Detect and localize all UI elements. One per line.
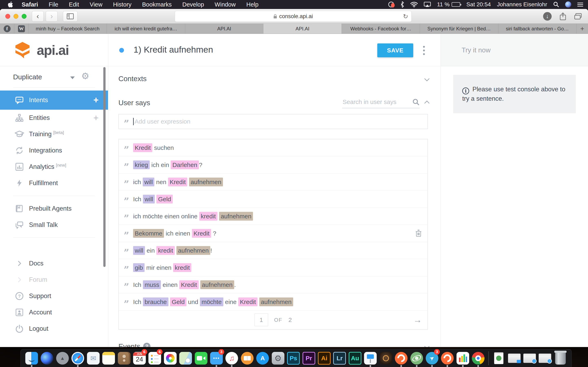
entity-highlight-purple[interactable]: muss (143, 280, 161, 289)
entity-highlight-tan[interactable]: aufnehmen (219, 212, 253, 221)
entity-highlight-purple[interactable]: brauche (143, 298, 168, 306)
try-it-now-input[interactable]: Try it now (441, 34, 588, 66)
events-help-icon[interactable]: ? (143, 343, 150, 347)
add-user-expression-input[interactable]: ” Add user expression (118, 114, 428, 129)
browser-tab-0[interactable]: minh huy – Facebook Search (29, 24, 107, 34)
entity-highlight-pink[interactable]: Kredit (168, 178, 187, 186)
browser-tab-6[interactable]: siri fallback antworten - Go… (498, 24, 577, 34)
menu-item-develop[interactable]: Develop (177, 0, 209, 9)
entity-highlight-pink[interactable]: kredit (199, 212, 217, 221)
entity-highlight-pink[interactable]: Kredit (238, 298, 258, 306)
menu-item-window[interactable]: Window (209, 0, 241, 9)
dock-postman-2[interactable] (440, 350, 455, 367)
entity-highlight-tan[interactable]: aufnehmen (200, 280, 234, 289)
dock-atom[interactable] (409, 350, 424, 367)
close-window-button[interactable] (5, 14, 10, 19)
tab-overview-button[interactable] (574, 13, 582, 20)
pinned-tab-facebook[interactable]: f (0, 24, 14, 34)
agent-dropdown-chevron-icon[interactable] (70, 76, 75, 79)
sidebar-item-logout[interactable]: Logout (0, 320, 108, 337)
dock-mail[interactable]: ✉ (86, 350, 101, 367)
entity-highlight-pink[interactable]: Geld (156, 195, 173, 203)
back-button[interactable]: ‹ (32, 11, 44, 22)
menu-item-history[interactable]: History (108, 0, 137, 9)
add-intents-button[interactable]: + (93, 96, 99, 105)
entity-highlight-tan[interactable]: aufnehmen (189, 178, 223, 186)
dock-atom-document[interactable] (492, 350, 506, 367)
user-expression-row[interactable]: ”Ich muss einen Kredit aufnehmen. (119, 276, 428, 293)
dock-sysprefs[interactable]: ⚙ (271, 350, 285, 367)
spotlight-icon[interactable] (553, 0, 559, 9)
intent-menu-button[interactable] (422, 45, 426, 56)
entity-highlight-purple[interactable]: will (143, 178, 155, 186)
dock-trash[interactable] (553, 350, 568, 367)
entity-highlight-pink[interactable]: Darlehen (171, 160, 199, 169)
sidebar-item-support[interactable]: ?Support (0, 288, 108, 304)
browser-tab-2[interactable]: API.AI (185, 24, 263, 34)
entity-highlight-pink[interactable]: kredit (173, 263, 191, 272)
dock-keynote[interactable] (363, 350, 378, 367)
sidebar-item-integrations[interactable]: Integrations (0, 142, 108, 159)
forward-button[interactable]: › (46, 11, 58, 22)
dock-telegram[interactable]: ➤3 (425, 350, 439, 367)
dock-ibooks[interactable] (240, 350, 255, 367)
dock-numbers[interactable] (456, 350, 470, 367)
dock-appstore[interactable]: A (255, 350, 270, 367)
minimize-window-button[interactable] (13, 14, 18, 19)
menu-clock[interactable]: Sat 20:54 (466, 1, 491, 8)
entity-highlight-tan[interactable]: aufnehmen (176, 246, 210, 255)
dock-audition[interactable]: Au (348, 350, 362, 367)
sidebar-scrollbar[interactable] (103, 67, 105, 267)
dock-reminders[interactable]: 6 (147, 350, 162, 367)
browser-tab-1[interactable]: ich will einen kredit gutefra… (107, 24, 185, 34)
sidebar-item-intents[interactable]: Intents+ (0, 91, 108, 110)
dock-finder[interactable] (24, 350, 39, 367)
dock-maps[interactable] (178, 350, 193, 367)
dock-notes[interactable] (101, 350, 116, 367)
entity-highlight-purple[interactable]: will (133, 246, 145, 255)
dock-minimized-safari-window-2[interactable] (537, 350, 552, 367)
agent-name[interactable]: Duplicate (13, 73, 42, 81)
user-expression-row[interactable]: ”ich möchte einen online kredit aufnehme… (119, 208, 428, 225)
downloads-button[interactable]: ↓ (543, 12, 552, 21)
contexts-collapse-chevron-icon[interactable] (424, 76, 429, 81)
notification-center-icon[interactable] (577, 0, 583, 9)
dock-garageband[interactable] (379, 350, 393, 367)
entity-highlight-pink[interactable]: Kredit (192, 229, 211, 238)
menu-item-view[interactable]: View (84, 0, 108, 9)
page-number-input[interactable]: 1 (255, 314, 268, 326)
dock-photoshop[interactable]: Ps (286, 350, 301, 367)
menu-item-edit[interactable]: Edit (63, 0, 84, 9)
address-bar[interactable]: console.api.ai ↻ (175, 11, 412, 22)
entity-highlight-pink[interactable]: kredit (156, 246, 174, 255)
sidebar-item-small-talk[interactable]: Small Talk (0, 217, 108, 233)
dock-minimized-safari-window[interactable] (522, 350, 537, 367)
dock-photos[interactable] (163, 350, 178, 367)
dock-messages[interactable]: •••3 (209, 350, 224, 367)
new-tab-button[interactable]: + (577, 24, 588, 34)
entity-highlight-pink[interactable]: Kredit (133, 143, 152, 152)
browser-tab-4[interactable]: Webhooks - Facebook for… (342, 24, 420, 34)
dock-calendar[interactable]: JUN246 (132, 350, 147, 367)
share-button[interactable] (559, 12, 566, 20)
entity-highlight-pink[interactable]: Kredit (179, 280, 199, 289)
add-entities-button[interactable]: + (93, 113, 99, 122)
menu-item-help[interactable]: Help (241, 0, 264, 9)
user-expression-row[interactable]: ”Ich brauche Geld und möchte eine Kredit… (119, 293, 428, 310)
dock-lightroom[interactable]: Lr (332, 350, 347, 367)
siri-menu-icon[interactable] (565, 0, 571, 9)
browser-tab-3[interactable]: API.AI (263, 24, 342, 34)
menu-item-bookmarks[interactable]: Bookmarks (137, 0, 177, 9)
entity-highlight-tan[interactable]: Bekomme (133, 229, 164, 238)
sidebar-item-forum[interactable]: Forum (0, 272, 108, 288)
sidebar-item-analytics[interactable]: Analytics[new] (0, 159, 108, 175)
apiai-logo[interactable]: api.ai (0, 34, 108, 66)
dock-premiere[interactable]: Pr (302, 350, 316, 367)
events-collapse-chevron-icon[interactable] (424, 344, 429, 347)
next-page-button[interactable]: → (413, 315, 422, 325)
audio-status-icon[interactable] (388, 0, 394, 9)
menu-item-safari[interactable]: Safari (16, 0, 43, 9)
sidebar-toggle-button[interactable] (63, 11, 78, 22)
delete-expression-button[interactable] (415, 229, 422, 237)
user-expression-row[interactable]: ”will ein kredit aufnehmen! (119, 242, 428, 259)
